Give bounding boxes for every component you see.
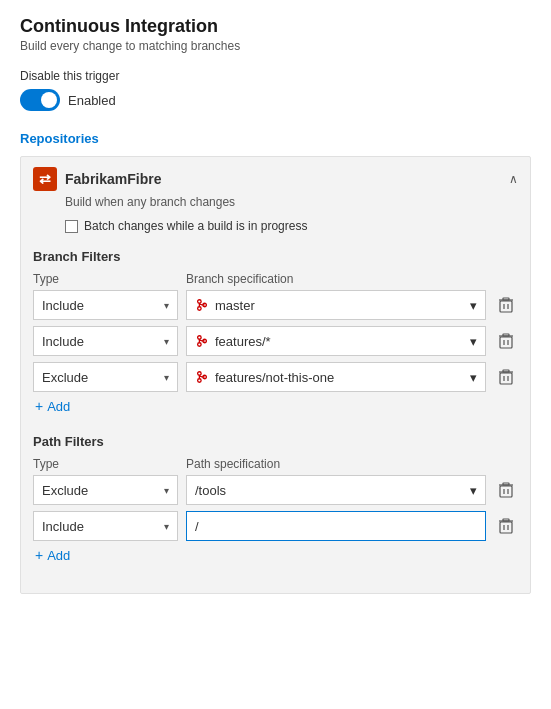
svg-rect-10 <box>503 298 509 300</box>
svg-point-20 <box>198 372 202 376</box>
path-spec-text-1: /tools <box>195 483 226 498</box>
svg-rect-19 <box>503 334 509 336</box>
branch-spec-dropdown-1[interactable]: master ▾ <box>186 290 486 320</box>
repositories-section-header: Repositories <box>20 131 531 146</box>
svg-rect-6 <box>500 301 512 312</box>
path-type-select-2[interactable]: Include ▾ <box>33 511 178 541</box>
repo-collapse-icon[interactable]: ∧ <box>509 172 518 186</box>
svg-rect-29 <box>500 486 512 497</box>
path-filter-row: Include ▾ <box>33 511 518 541</box>
svg-rect-28 <box>503 370 509 372</box>
branch-delete-btn-2[interactable] <box>494 329 518 353</box>
path-add-plus-icon: + <box>35 547 43 563</box>
svg-point-12 <box>198 343 202 347</box>
branch-delete-btn-3[interactable] <box>494 365 518 389</box>
path-spec-dropdown-1[interactable]: /tools ▾ <box>186 475 486 505</box>
branch-spec-chevron-1: ▾ <box>470 298 477 313</box>
branch-type-text-1: Include <box>42 298 84 313</box>
branch-spec-text-2: features/* <box>215 334 271 349</box>
branch-add-plus-icon: + <box>35 398 43 414</box>
svg-rect-33 <box>503 483 509 485</box>
branch-add-label: Add <box>47 399 70 414</box>
path-type-text-1: Exclude <box>42 483 88 498</box>
batch-changes-checkbox[interactable] <box>65 220 78 233</box>
branch-filter-row: Exclude ▾ features/not-this-one ▾ <box>33 362 518 392</box>
branch-spec-text-1: master <box>215 298 255 313</box>
branch-type-chevron-3: ▾ <box>164 372 169 383</box>
disable-trigger-label: Disable this trigger <box>20 69 531 83</box>
branch-type-chevron-2: ▾ <box>164 336 169 347</box>
repo-icon: ⇄ <box>33 167 57 191</box>
path-spec-col-header: Path specification <box>186 457 518 471</box>
svg-point-21 <box>198 379 202 383</box>
repo-name: FabrikamFibre <box>65 171 501 187</box>
path-type-chevron-2: ▾ <box>164 521 169 532</box>
path-filters-title: Path Filters <box>33 434 518 449</box>
path-spec-chevron-1: ▾ <box>470 483 477 498</box>
branch-type-select-3[interactable]: Exclude ▾ <box>33 362 178 392</box>
branch-spec-chevron-3: ▾ <box>470 370 477 385</box>
branch-spec-col-header: Branch specification <box>186 272 518 286</box>
path-add-button[interactable]: + Add <box>35 547 518 563</box>
path-type-chevron-1: ▾ <box>164 485 169 496</box>
branch-type-text-3: Exclude <box>42 370 88 385</box>
repo-card: ⇄ FabrikamFibre ∧ Build when any branch … <box>20 156 531 594</box>
svg-point-11 <box>198 336 202 340</box>
path-add-label: Add <box>47 548 70 563</box>
svg-rect-24 <box>500 373 512 384</box>
branch-filters-title: Branch Filters <box>33 249 518 264</box>
branch-filter-row: Include ▾ master ▾ <box>33 290 518 320</box>
path-delete-btn-1[interactable] <box>494 478 518 502</box>
branch-spec-dropdown-3[interactable]: features/not-this-one ▾ <box>186 362 486 392</box>
path-filter-row: Exclude ▾ /tools ▾ <box>33 475 518 505</box>
branch-spec-text-3: features/not-this-one <box>215 370 334 385</box>
branch-delete-btn-1[interactable] <box>494 293 518 317</box>
branch-add-button[interactable]: + Add <box>35 398 518 414</box>
svg-rect-38 <box>503 519 509 521</box>
path-spec-input-2[interactable] <box>186 511 486 541</box>
branch-spec-dropdown-2[interactable]: features/* ▾ <box>186 326 486 356</box>
branch-type-col-header: Type <box>33 272 178 286</box>
branch-icon-1 <box>195 298 209 312</box>
path-delete-btn-2[interactable] <box>494 514 518 538</box>
branch-icon-3 <box>195 370 209 384</box>
svg-point-2 <box>198 300 202 304</box>
svg-point-3 <box>198 307 202 311</box>
batch-changes-label: Batch changes while a build is in progre… <box>84 219 307 233</box>
branch-icon-2 <box>195 334 209 348</box>
path-type-select-1[interactable]: Exclude ▾ <box>33 475 178 505</box>
path-type-text-2: Include <box>42 519 84 534</box>
branch-filter-row: Include ▾ features/* ▾ <box>33 326 518 356</box>
page-title: Continuous Integration <box>20 16 531 37</box>
svg-rect-34 <box>500 522 512 533</box>
branch-type-chevron-1: ▾ <box>164 300 169 311</box>
toggle-label: Enabled <box>68 93 116 108</box>
svg-rect-15 <box>500 337 512 348</box>
repo-subtitle: Build when any branch changes <box>65 195 518 209</box>
page-subtitle: Build every change to matching branches <box>20 39 531 53</box>
path-type-col-header: Type <box>33 457 178 471</box>
enabled-toggle[interactable] <box>20 89 60 111</box>
svg-text:⇄: ⇄ <box>39 171 51 187</box>
branch-spec-chevron-2: ▾ <box>470 334 477 349</box>
branch-type-text-2: Include <box>42 334 84 349</box>
branch-type-select-2[interactable]: Include ▾ <box>33 326 178 356</box>
branch-type-select-1[interactable]: Include ▾ <box>33 290 178 320</box>
